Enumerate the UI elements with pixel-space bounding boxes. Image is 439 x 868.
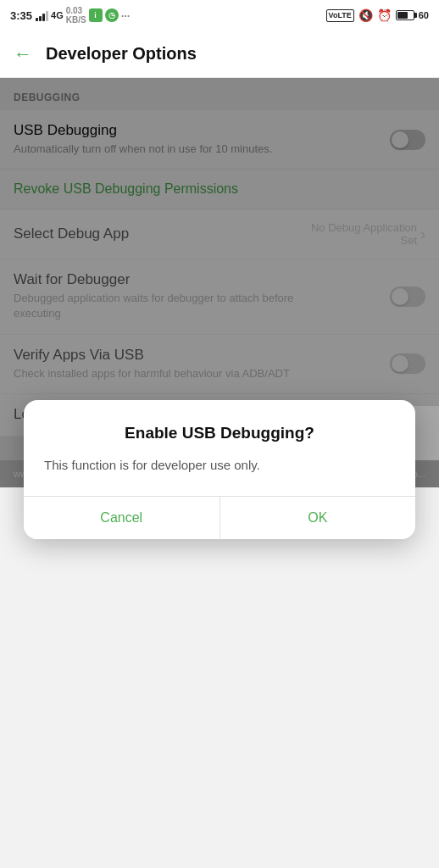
enable-usb-dialog: Enable USB Debugging? This function is f… bbox=[24, 400, 415, 539]
alarm-icon: ⏰ bbox=[377, 8, 392, 22]
app-icon-2: ◷ bbox=[105, 8, 119, 22]
signal-icon bbox=[36, 9, 48, 21]
page-title: Developer Options bbox=[46, 44, 197, 64]
battery-percent: 60 bbox=[419, 10, 429, 20]
status-bar: 3:35 4G 0.03KB/S i ◷ ··· VoLTE 🔇 ⏰ 60 bbox=[0, 0, 439, 31]
dots-icon: ··· bbox=[121, 9, 131, 22]
network-type: 4G bbox=[51, 10, 64, 20]
battery-icon bbox=[396, 10, 414, 20]
data-speed: 0.03KB/S bbox=[66, 6, 86, 25]
app-icon-1: i bbox=[89, 8, 103, 22]
dialog-title: Enable USB Debugging? bbox=[44, 424, 395, 442]
dialog-content: Enable USB Debugging? This function is f… bbox=[24, 400, 415, 476]
dialog-buttons: Cancel OK bbox=[24, 496, 415, 539]
time-display: 3:35 bbox=[10, 9, 32, 22]
status-icons: 4G 0.03KB/S i ◷ ··· bbox=[36, 6, 130, 25]
status-time: 3:35 4G 0.03KB/S i ◷ ··· bbox=[10, 6, 130, 25]
dialog-cancel-button[interactable]: Cancel bbox=[24, 497, 220, 539]
status-right-icons: VoLTE 🔇 ⏰ 60 bbox=[326, 8, 429, 22]
volte-badge: VoLTE bbox=[326, 9, 354, 22]
app-bar: ← Developer Options bbox=[0, 31, 439, 78]
mute-icon: 🔇 bbox=[358, 8, 373, 22]
dialog-ok-button[interactable]: OK bbox=[220, 497, 416, 539]
dialog-body: This function is for developer use only. bbox=[44, 456, 395, 476]
back-button[interactable]: ← bbox=[14, 43, 32, 65]
